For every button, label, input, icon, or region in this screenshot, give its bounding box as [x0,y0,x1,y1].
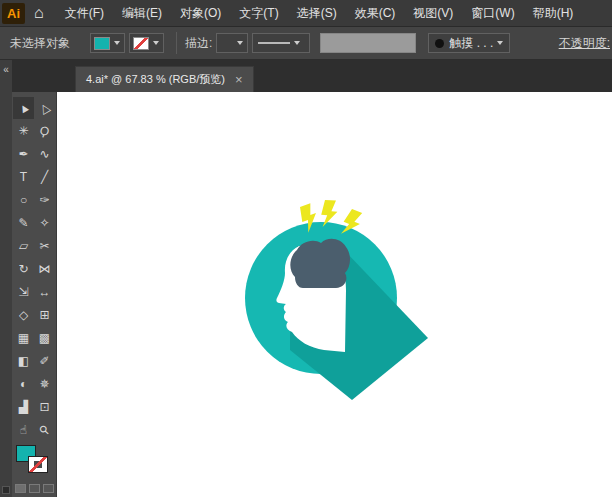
style-dot-icon [435,39,444,48]
width-profile-select[interactable] [252,33,310,53]
rotate-tool-icon: ↻ [18,263,28,275]
touch-style-control[interactable]: 触摸 . . . [428,33,510,53]
fill-swatch-icon [94,37,110,50]
zoom-tool[interactable]: ⚲ [34,419,55,441]
tools-panel: ▲△✳Ϙ✒∿T╱○✑✎✧▱✂↻⋈⇲↔◇⊞▦▩◧✐◐✵▟⊡☝⚲ [12,92,57,497]
document-tab-bar: 4.ai* @ 67.83 % (RGB/预览) × [12,60,612,92]
gradient-tool-icon: ◧ [18,355,29,367]
column-graph-tool[interactable]: ▟ [13,396,34,418]
ellipse-tool-icon: ○ [20,194,27,206]
paintbrush-tool-icon: ✑ [39,194,49,206]
selection-status: 未选择对象 [10,35,70,52]
rotate-tool[interactable]: ↻ [13,258,34,280]
brush-definition-select [320,33,416,53]
line-segment-tool-icon: ╱ [41,171,48,183]
chevron-down-icon [237,41,243,45]
chevron-down-icon [114,41,120,45]
menu-item-8[interactable]: 帮助(H) [524,5,583,22]
color-swatches [12,445,56,479]
width-tool-icon: ↔ [39,286,51,298]
separator [176,32,177,54]
type-tool-icon: T [20,171,27,183]
menu-items: 文件(F)编辑(E)对象(O)文字(T)选择(S)效果(C)视图(V)窗口(W)… [56,5,583,22]
line-segment-tool[interactable]: ╱ [34,166,55,188]
stroke-color-control[interactable] [129,33,164,53]
scale-tool-icon: ⇲ [18,286,28,298]
menu-item-3[interactable]: 文字(T) [230,5,287,22]
fill-color-control[interactable] [90,33,125,53]
perspective-grid-tool[interactable]: ▦ [13,327,34,349]
artboard-canvas[interactable] [57,92,612,497]
direct-selection-tool[interactable]: △ [34,97,55,119]
reflect-tool-icon: ⋈ [39,263,51,275]
touch-label: 触摸 . . . [449,35,493,52]
illustrator-window: Ai ⌂ 文件(F)编辑(E)对象(O)文字(T)选择(S)效果(C)视图(V)… [0,0,612,497]
eraser-tool[interactable]: ▱ [13,235,34,257]
eraser-tool-icon: ▱ [19,240,28,252]
menu-item-4[interactable]: 选择(S) [288,5,346,22]
artwork-svg [57,92,612,497]
shape-builder-tool[interactable]: ⊞ [34,304,55,326]
paintbrush-tool[interactable]: ✑ [34,189,55,211]
chevron-down-icon [497,41,503,45]
column-graph-tool-icon: ▟ [19,401,28,413]
hand-tool-icon: ☝ [20,424,27,436]
magic-wand-tool[interactable]: ✳ [13,120,34,142]
shape-builder-tool-icon: ⊞ [39,309,49,321]
draw-inside-button[interactable] [43,484,54,493]
selection-tool[interactable]: ▲ [13,97,34,119]
scale-tool[interactable]: ⇲ [13,281,34,303]
chevron-down-icon [153,41,159,45]
menu-item-5[interactable]: 效果(C) [346,5,405,22]
artboard-tool[interactable]: ⊡ [34,396,55,418]
lasso-tool[interactable]: Ϙ [34,120,55,142]
pencil-tool-icon: ✎ [18,217,28,229]
gradient-tool[interactable]: ◧ [13,350,34,372]
eyedropper-tool[interactable]: ✐ [34,350,55,372]
menu-bar: Ai ⌂ 文件(F)编辑(E)对象(O)文字(T)选择(S)效果(C)视图(V)… [0,0,612,27]
curvature-tool-icon: ∿ [39,148,49,160]
menu-item-6[interactable]: 视图(V) [404,5,462,22]
document-tab[interactable]: 4.ai* @ 67.83 % (RGB/预览) × [75,66,254,92]
pencil-tool[interactable]: ✎ [13,212,34,234]
draw-normal-button[interactable] [15,484,26,493]
selection-tool-icon: ▲ [15,100,31,116]
eyedropper-tool-icon: ✐ [39,355,49,367]
pen-tool[interactable]: ✒ [13,143,34,165]
artboard-tool-icon: ⊡ [39,401,49,413]
none-slash-icon [29,457,47,472]
width-tool[interactable]: ↔ [34,281,55,303]
panel-corner-icon[interactable] [2,486,10,494]
head-idea-artwork[interactable] [245,200,428,400]
shaper-tool[interactable]: ✧ [34,212,55,234]
zoom-tool-icon: ⚲ [37,423,52,438]
stroke-weight-label: 描边: [185,35,212,52]
perspective-grid-tool-icon: ▦ [18,332,29,344]
opacity-link[interactable]: 不透明度: [559,35,610,52]
hand-tool[interactable]: ☝ [13,419,34,441]
blend-tool[interactable]: ◐ [13,373,34,395]
lasso-tool-icon: Ϙ [38,124,50,138]
symbol-sprayer-tool-icon: ✵ [39,378,49,390]
type-tool[interactable]: T [13,166,34,188]
stroke-color-indicator[interactable] [28,456,48,473]
scissors-tool[interactable]: ✂ [34,235,55,257]
draw-behind-button[interactable] [29,484,40,493]
symbol-sprayer-tool[interactable]: ✵ [34,373,55,395]
free-transform-tool[interactable]: ◇ [13,304,34,326]
mesh-tool[interactable]: ▩ [34,327,55,349]
menu-item-7[interactable]: 窗口(W) [462,5,523,22]
home-icon[interactable]: ⌂ [34,5,44,21]
collapse-panel-icon[interactable]: « [0,65,12,75]
menu-item-1[interactable]: 编辑(E) [113,5,171,22]
stroke-none-swatch-icon [133,37,149,50]
ellipse-tool[interactable]: ○ [13,189,34,211]
tool-list: ▲△✳Ϙ✒∿T╱○✑✎✧▱✂↻⋈⇲↔◇⊞▦▩◧✐◐✵▟⊡☝⚲ [12,92,56,441]
stroke-weight-select[interactable] [216,33,248,53]
menu-item-2[interactable]: 对象(O) [171,5,230,22]
magic-wand-tool-icon: ✳ [18,125,28,137]
close-tab-icon[interactable]: × [235,73,243,86]
menu-item-0[interactable]: 文件(F) [56,5,113,22]
reflect-tool[interactable]: ⋈ [34,258,55,280]
curvature-tool[interactable]: ∿ [34,143,55,165]
